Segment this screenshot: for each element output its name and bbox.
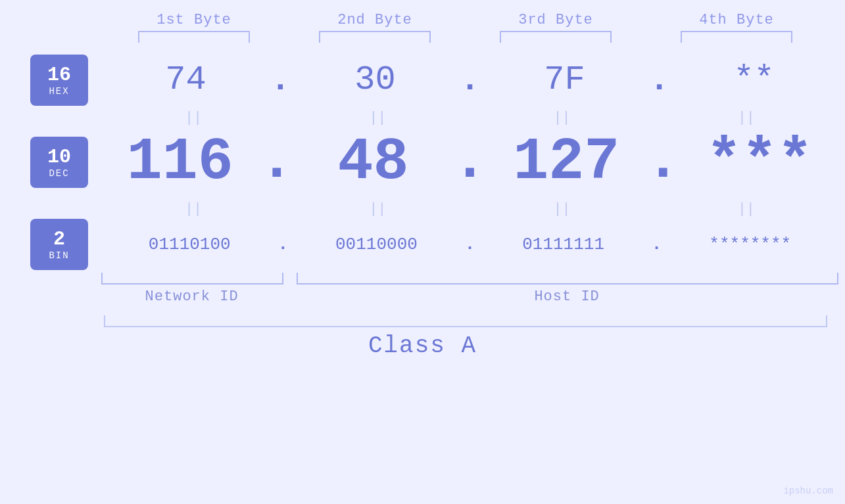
dec-number: 10 — [47, 147, 71, 168]
bin-label: BIN — [49, 250, 69, 261]
eq1-b4: || — [654, 108, 838, 127]
dec-values: 116 . 48 . 127 . *** — [95, 127, 845, 197]
main-container: 1st Byte 2nd Byte 3rd Byte 4th Byte 16 H… — [0, 0, 845, 504]
eq2-b2: || — [285, 200, 470, 219]
bin-dot3: . — [652, 235, 662, 254]
dec-label: DEC — [49, 168, 69, 179]
bracket-spacer — [283, 273, 297, 285]
watermark: ipshu.com — [783, 486, 833, 496]
eq1-b1: || — [101, 108, 285, 127]
class-label-row: Class A — [0, 332, 845, 359]
hex-badge: 16 HEX — [30, 55, 88, 106]
bin-badge: 2 BIN — [30, 219, 88, 270]
dec-badge: 10 DEC — [30, 137, 88, 188]
hex-byte1: 74 — [101, 63, 270, 97]
dec-byte1: 116 — [101, 133, 259, 192]
bin-dot1: . — [278, 235, 289, 254]
eq2-b4: || — [654, 200, 838, 219]
hex-label: HEX — [49, 86, 69, 97]
hex-byte3: 7F — [480, 63, 649, 97]
top-brackets — [104, 31, 827, 43]
eq2-b1: || — [101, 200, 285, 219]
hex-dot3: . — [649, 61, 669, 100]
hex-row: 16 HEX 74 . 30 . 7F . ** — [0, 55, 845, 106]
bracket-cell-4 — [646, 31, 827, 43]
bracket-line-2 — [319, 31, 431, 43]
byte4-header: 4th Byte — [646, 12, 827, 28]
bin-dot2: . — [465, 235, 475, 254]
hex-dot1: . — [270, 61, 291, 100]
eq2-b3: || — [470, 200, 654, 219]
host-bracket — [297, 273, 838, 285]
hex-number: 16 — [47, 64, 71, 86]
hex-values: 74 . 30 . 7F . ** — [95, 61, 845, 100]
dec-byte3: 127 — [488, 133, 646, 192]
equals-row-1: || || || || — [95, 108, 845, 127]
bracket-cell-2 — [285, 31, 466, 43]
bottom-brackets — [95, 273, 845, 285]
byte3-header: 3rd Byte — [466, 12, 646, 28]
bracket-line-1 — [138, 31, 250, 43]
eq1-b2: || — [285, 108, 470, 127]
dec-dot2: . — [452, 127, 487, 195]
bracket-cell-3 — [466, 31, 646, 43]
bin-values: 01110100 . 00110000 . 01111111 . *******… — [95, 235, 845, 254]
bin-row: 2 BIN 01110100 . 00110000 . 01111111 . *… — [0, 219, 845, 270]
network-id-label: Network ID — [101, 288, 282, 305]
byte2-header: 2nd Byte — [285, 12, 466, 28]
class-bracket-line — [104, 315, 827, 327]
byte1-header: 1st Byte — [104, 12, 285, 28]
label-spacer — [282, 288, 295, 305]
dec-row: 10 DEC 116 . 48 . 127 . *** — [0, 127, 845, 197]
class-label: Class A — [368, 332, 477, 359]
bracket-line-3 — [500, 31, 612, 43]
equals-row-2: || || || || — [95, 200, 845, 219]
id-labels: Network ID Host ID — [95, 288, 845, 305]
hex-byte4: ** — [669, 63, 838, 97]
bin-byte2: 00110000 — [288, 236, 465, 253]
network-bracket — [101, 273, 283, 285]
dec-byte2: 48 — [295, 133, 452, 192]
hex-byte2: 30 — [291, 63, 460, 97]
eq1-b3: || — [470, 108, 654, 127]
bracket-line-4 — [681, 31, 792, 43]
dec-dot1: . — [259, 127, 295, 195]
bin-byte4: ******** — [662, 236, 838, 253]
dec-dot3: . — [645, 127, 681, 195]
byte-headers: 1st Byte 2nd Byte 3rd Byte 4th Byte — [104, 12, 827, 28]
bin-byte3: 01111111 — [475, 236, 652, 253]
bin-byte1: 01110100 — [101, 236, 278, 253]
host-id-label: Host ID — [295, 288, 838, 305]
class-bracket-row — [104, 315, 827, 327]
hex-dot2: . — [460, 61, 480, 100]
bracket-cell-1 — [104, 31, 285, 43]
dec-byte4: *** — [681, 133, 838, 192]
bin-number: 2 — [53, 229, 65, 250]
